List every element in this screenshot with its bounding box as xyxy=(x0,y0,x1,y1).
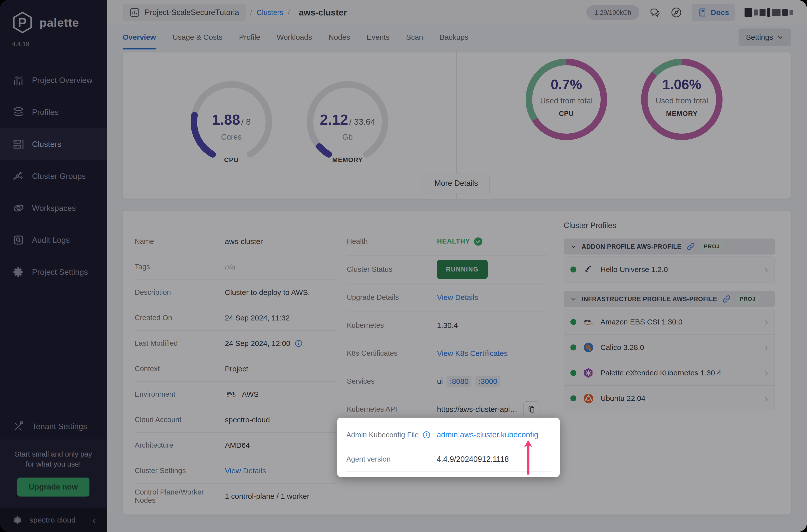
profile-item-name: Amazon EBS CSI 1.30.0 xyxy=(600,318,682,326)
chevron-right-icon: › xyxy=(765,367,768,378)
profile-item-calico[interactable]: Calico 3.28.0 › xyxy=(564,335,774,360)
calico-icon xyxy=(582,341,594,354)
breadcrumb-separator: / xyxy=(250,8,252,17)
sidebar-item-audit-logs[interactable]: Audit Logs xyxy=(0,224,107,256)
cpu-gauge-label: CPU xyxy=(184,156,279,164)
profile-item-name: Ubuntu 22.04 xyxy=(600,394,645,403)
breadcrumb-cluster-name: aws-cluster xyxy=(299,7,347,18)
scope-badge: PROJ xyxy=(700,242,723,251)
detail-row-modified: Last Modified 24 Sep 2024, 12:00 xyxy=(135,331,337,356)
link-icon xyxy=(722,294,731,303)
cluster-profiles-title: Cluster Profiles xyxy=(564,221,775,230)
addon-profile-list: Hello Universe 1.2.0 › xyxy=(564,256,775,283)
row-value: 24 Sep 2024, 12:00 xyxy=(225,339,290,348)
detail-row-cloud-account: Cloud Account spectro-cloud xyxy=(135,407,337,433)
collapse-sidebar-icon[interactable]: ‹ xyxy=(92,514,96,526)
status-dot xyxy=(570,319,576,325)
sidebar-item-tenant-settings[interactable]: Tenant Settings xyxy=(0,414,107,439)
view-k8s-certificates-link[interactable]: View K8s Certificates xyxy=(437,349,508,358)
infrastructure-profile-list: aws Amazon EBS CSI 1.30.0 › Calico 3.28.… xyxy=(564,309,775,411)
link-icon xyxy=(686,242,695,251)
sidebar-item-project-settings[interactable]: Project Settings xyxy=(0,256,107,288)
cpu-gauge-value: 1.88 xyxy=(212,111,240,128)
compass-icon[interactable] xyxy=(670,6,682,18)
infrastructure-profile-section-header[interactable]: INFRASTRUCTURE PROFILE AWS-PROFILE PROJ xyxy=(564,291,775,307)
detail-row-agent-version: Agent version 4.4.9/20240912.1118 xyxy=(346,447,551,472)
tab-overview[interactable]: Overview xyxy=(123,31,156,44)
row-value: aws-cluster xyxy=(225,237,263,246)
cpu-donut: 0.7% Used from total CPU xyxy=(524,57,609,142)
cpu-donut-label: CPU xyxy=(524,110,609,118)
tab-nodes[interactable]: Nodes xyxy=(329,31,350,44)
metrics-card: 1.88 / 8 Cores CPU 2.12 / 33.64 Gb MEMOR… xyxy=(123,53,791,198)
profile-item-ebs-csi[interactable]: aws Amazon EBS CSI 1.30.0 › xyxy=(564,309,774,335)
layers-icon xyxy=(13,106,24,118)
network-icon xyxy=(13,170,24,182)
more-details-button[interactable]: More Details xyxy=(423,174,490,193)
tab-usage-costs[interactable]: Usage & Costs xyxy=(172,31,222,44)
row-value: AWS xyxy=(242,390,259,399)
row-label: Environment xyxy=(135,390,225,398)
profile-item-ubuntu[interactable]: Ubuntu 22.04 › xyxy=(564,386,774,411)
admin-kubeconfig-download-link[interactable]: admin.aws-cluster.kubeconfig xyxy=(437,430,539,439)
aws-icon: aws xyxy=(225,390,238,399)
svg-text:aws: aws xyxy=(584,319,592,323)
service-port-link[interactable]: :8080 xyxy=(447,376,471,387)
sidebar-item-label: Project Settings xyxy=(32,267,88,277)
service-port-link[interactable]: :3000 xyxy=(475,376,500,387)
sidebar-item-cluster-groups[interactable]: Cluster Groups xyxy=(0,160,107,192)
tab-profile[interactable]: Profile xyxy=(239,31,260,44)
detail-row-admin-kubeconfig: Admin Kubeconfig File admin.aws-cluster.… xyxy=(346,423,551,447)
project-selector[interactable]: Project-ScaleSecureTutoria xyxy=(123,4,246,21)
cluster-settings-view-details-link[interactable]: View Details xyxy=(225,467,266,475)
sidebar-item-workspaces[interactable]: Workspaces xyxy=(0,192,107,224)
kubeconfig-spotlight: Admin Kubeconfig File admin.aws-cluster.… xyxy=(337,418,560,477)
cluster-profiles-panel: Cluster Profiles ADDON PROFILE AWS-PROFI… xyxy=(564,221,775,411)
tutorial-arrow-icon xyxy=(523,440,534,475)
cluster-status-badge[interactable]: RUNNING xyxy=(437,260,488,279)
tools-icon xyxy=(13,420,24,432)
tab-workloads[interactable]: Workloads xyxy=(277,31,312,44)
row-label: Description xyxy=(135,288,225,297)
details-middle-column: Health HEALTHY Cluster Status RUNNING Up… xyxy=(347,220,548,423)
sidebar-nav: Project Overview Profiles Clusters Clust… xyxy=(0,64,107,288)
tab-scan[interactable]: Scan xyxy=(406,31,423,44)
profile-item-hello-universe[interactable]: Hello Universe 1.2.0 › xyxy=(564,257,774,282)
chat-icon[interactable] xyxy=(649,6,661,18)
top-bar: Project-ScaleSecureTutoria / Clusters / … xyxy=(107,0,807,25)
check-circle-icon xyxy=(474,237,483,246)
project-chart-icon xyxy=(129,7,140,18)
addon-profile-section-header[interactable]: ADDON PROFILE AWS-PROFILE PROJ xyxy=(564,239,775,254)
top-right-actions: 1.29/100kCh Docs xyxy=(586,4,793,21)
cpu-donut-percent: 0.7% xyxy=(524,76,609,92)
detail-row-environment: Environment aws AWS xyxy=(135,382,337,407)
breadcrumb-clusters-link[interactable]: Clusters xyxy=(257,8,283,17)
tab-backups[interactable]: Backups xyxy=(440,31,468,44)
scope-badge: PROJ xyxy=(736,294,759,304)
sidebar-item-clusters[interactable]: Clusters xyxy=(0,128,107,160)
info-icon[interactable] xyxy=(294,339,303,348)
tab-events[interactable]: Events xyxy=(367,31,390,44)
profile-item-name: Calico 3.28.0 xyxy=(600,343,644,352)
memory-donut-label: MEMORY xyxy=(639,110,724,118)
detail-row-nodes: Control Plane/Worker Nodes 1 control-pla… xyxy=(135,483,337,509)
row-label: Agent version xyxy=(346,455,437,463)
promo-text-line2: for what you use! xyxy=(5,459,102,469)
bar-chart-icon xyxy=(13,74,24,86)
info-icon[interactable] xyxy=(422,431,431,439)
profile-item-name: Palette eXtended Kubernetes 1.30.4 xyxy=(600,369,721,377)
section-header-label: INFRASTRUCTURE PROFILE AWS-PROFILE xyxy=(582,296,717,303)
status-dot xyxy=(570,370,576,376)
copy-button[interactable] xyxy=(523,401,540,417)
sidebar-item-project-overview[interactable]: Project Overview xyxy=(0,64,107,96)
upgrade-now-button[interactable]: Upgrade now xyxy=(17,478,89,496)
profile-item-pxk[interactable]: Palette eXtended Kubernetes 1.30.4 › xyxy=(564,360,774,386)
docs-button[interactable]: Docs xyxy=(692,4,735,21)
upgrade-view-details-link[interactable]: View Details xyxy=(437,293,478,302)
settings-button[interactable]: Settings xyxy=(738,28,791,46)
app-version: 4.4.19 xyxy=(0,34,107,48)
row-value: Cluster to deploy to AWS. xyxy=(225,288,310,297)
row-label: Architecture xyxy=(135,441,225,449)
sidebar-item-profiles[interactable]: Profiles xyxy=(0,96,107,128)
detail-row-upgrade: Upgrade Details View Details xyxy=(347,284,548,311)
